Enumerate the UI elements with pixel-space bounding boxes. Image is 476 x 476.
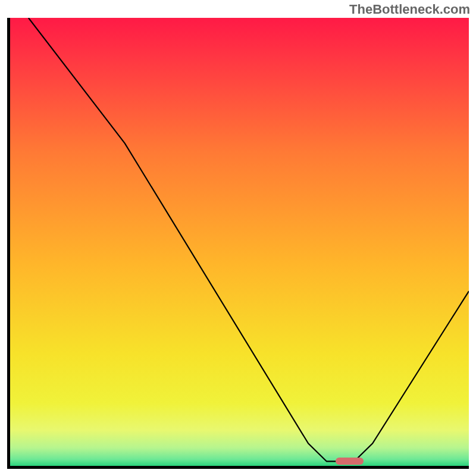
bottleneck-curve <box>10 18 469 466</box>
plot-area <box>7 18 469 469</box>
chart-container: TheBottleneck.com <box>0 0 476 476</box>
watermark-text: TheBottleneck.com <box>349 2 470 17</box>
minimum-marker <box>336 458 363 465</box>
